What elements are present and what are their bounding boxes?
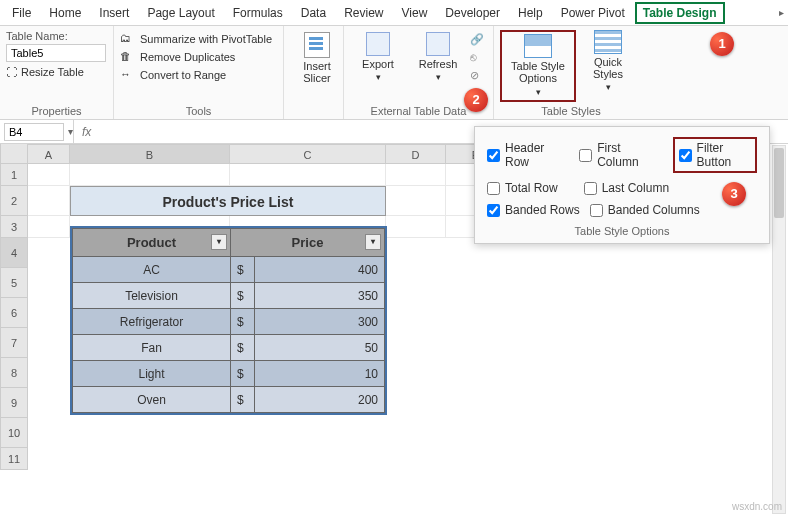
opt-last-column[interactable]: Last Column bbox=[584, 181, 669, 195]
refresh-button[interactable]: Refresh▾ bbox=[410, 30, 466, 84]
tab-developer[interactable]: Developer bbox=[437, 2, 508, 24]
checkbox-icon[interactable] bbox=[679, 149, 692, 162]
grid[interactable]: A B C D E Product's Price List Product▾ … bbox=[28, 144, 506, 470]
callout-marker-2: 2 bbox=[464, 88, 488, 112]
remove-dup-icon: 🗑 bbox=[120, 50, 134, 64]
cell-currency[interactable]: $ bbox=[231, 387, 255, 413]
row-header[interactable]: 7 bbox=[0, 328, 28, 358]
resize-table-button[interactable]: ⛶Resize Table bbox=[6, 66, 107, 78]
filter-dropdown-icon[interactable]: ▾ bbox=[365, 234, 381, 250]
refresh-icon bbox=[426, 32, 450, 56]
tab-data[interactable]: Data bbox=[293, 2, 334, 24]
row-header[interactable]: 6 bbox=[0, 298, 28, 328]
opt-filter-button[interactable]: Filter Button bbox=[673, 137, 757, 173]
checkbox-icon[interactable] bbox=[487, 182, 500, 195]
cell-currency[interactable]: $ bbox=[231, 283, 255, 309]
select-all[interactable] bbox=[0, 144, 28, 164]
col-header[interactable]: B bbox=[70, 144, 230, 164]
export-icon bbox=[366, 32, 390, 56]
cell-product[interactable]: Light bbox=[73, 361, 231, 387]
convert-icon: ↔ bbox=[120, 68, 134, 82]
cell-product[interactable]: Fan bbox=[73, 335, 231, 361]
group-table-styles: Table Style Options ▾ Quick Styles ▾ Tab… bbox=[494, 26, 648, 119]
checkbox-icon[interactable] bbox=[590, 204, 603, 217]
opt-header-row[interactable]: Header Row bbox=[487, 137, 561, 173]
cell-product[interactable]: AC bbox=[73, 257, 231, 283]
cell-product[interactable]: Television bbox=[73, 283, 231, 309]
name-box[interactable] bbox=[4, 123, 64, 141]
data-table: Product▾ Price▾ AC$400 Television$350 Re… bbox=[70, 226, 387, 415]
tab-insert[interactable]: Insert bbox=[91, 2, 137, 24]
vertical-scrollbar[interactable] bbox=[772, 145, 786, 514]
group-slicer: Insert Slicer bbox=[284, 26, 344, 119]
column-headers: A B C D E bbox=[28, 144, 506, 164]
callout-marker-1: 1 bbox=[710, 32, 734, 56]
cell-currency[interactable]: $ bbox=[231, 309, 255, 335]
row-header[interactable]: 10 bbox=[0, 418, 28, 448]
cell-currency[interactable]: $ bbox=[231, 335, 255, 361]
tab-formulas[interactable]: Formulas bbox=[225, 2, 291, 24]
opt-first-column[interactable]: First Column bbox=[579, 137, 654, 173]
cell-product[interactable]: Oven bbox=[73, 387, 231, 413]
tab-power-pivot[interactable]: Power Pivot bbox=[553, 2, 633, 24]
tab-file[interactable]: File bbox=[4, 2, 39, 24]
header-price[interactable]: Price▾ bbox=[231, 229, 385, 257]
scrollbar-thumb[interactable] bbox=[774, 148, 784, 218]
ribbon: Table Name: ⛶Resize Table Properties 🗂Su… bbox=[0, 26, 788, 120]
insert-slicer-button[interactable]: Insert Slicer bbox=[290, 30, 344, 84]
sheet-title: Product's Price List bbox=[70, 186, 386, 216]
pivot-icon: 🗂 bbox=[120, 32, 134, 46]
cell-price[interactable]: 350 bbox=[255, 283, 385, 309]
cell-price[interactable]: 400 bbox=[255, 257, 385, 283]
quick-styles-icon bbox=[594, 30, 622, 54]
row-header[interactable]: 5 bbox=[0, 268, 28, 298]
col-header[interactable]: A bbox=[28, 144, 70, 164]
tab-home[interactable]: Home bbox=[41, 2, 89, 24]
cell-price[interactable]: 50 bbox=[255, 335, 385, 361]
tab-page-layout[interactable]: Page Layout bbox=[139, 2, 222, 24]
cell-price[interactable]: 10 bbox=[255, 361, 385, 387]
fx-label[interactable]: fx bbox=[73, 120, 99, 143]
col-header[interactable]: C bbox=[230, 144, 386, 164]
summarize-pivot-button[interactable]: 🗂Summarize with PivotTable bbox=[120, 30, 277, 48]
checkbox-icon[interactable] bbox=[579, 149, 592, 162]
row-header[interactable]: 1 bbox=[0, 164, 28, 186]
callout-marker-3: 3 bbox=[722, 182, 746, 206]
cell-price[interactable]: 300 bbox=[255, 309, 385, 335]
row-header[interactable]: 9 bbox=[0, 388, 28, 418]
ribbon-tabs: File Home Insert Page Layout Formulas Da… bbox=[0, 0, 788, 26]
col-header[interactable]: D bbox=[386, 144, 446, 164]
watermark: wsxdn.com bbox=[732, 501, 782, 512]
row-header[interactable]: 2 bbox=[0, 186, 28, 216]
cell-currency[interactable]: $ bbox=[231, 257, 255, 283]
row-header[interactable]: 8 bbox=[0, 358, 28, 388]
row-header[interactable]: 3 bbox=[0, 216, 28, 238]
tab-view[interactable]: View bbox=[394, 2, 436, 24]
opt-banded-rows[interactable]: Banded Rows bbox=[487, 203, 580, 217]
group-properties: Table Name: ⛶Resize Table Properties bbox=[0, 26, 114, 119]
export-button[interactable]: Export▾ bbox=[350, 30, 406, 84]
filter-dropdown-icon[interactable]: ▾ bbox=[211, 234, 227, 250]
cell-currency[interactable]: $ bbox=[231, 361, 255, 387]
tab-overflow-icon[interactable]: ▸ bbox=[779, 7, 784, 18]
convert-range-button[interactable]: ↔Convert to Range bbox=[120, 66, 277, 84]
header-product[interactable]: Product▾ bbox=[73, 229, 231, 257]
checkbox-icon[interactable] bbox=[487, 149, 500, 162]
opt-banded-columns[interactable]: Banded Columns bbox=[590, 203, 700, 217]
table-style-options-button[interactable]: Table Style Options ▾ bbox=[500, 30, 576, 102]
opt-total-row[interactable]: Total Row bbox=[487, 181, 558, 195]
table-name-input[interactable] bbox=[6, 44, 106, 62]
remove-duplicates-button[interactable]: 🗑Remove Duplicates bbox=[120, 48, 277, 66]
quick-styles-button[interactable]: Quick Styles ▾ bbox=[582, 30, 634, 102]
checkbox-icon[interactable] bbox=[487, 204, 500, 217]
tab-help[interactable]: Help bbox=[510, 2, 551, 24]
cell-product[interactable]: Refrigerator bbox=[73, 309, 231, 335]
row-header[interactable]: 11 bbox=[0, 448, 28, 470]
tab-table-design[interactable]: Table Design bbox=[635, 2, 725, 24]
table-name-label: Table Name: bbox=[6, 30, 107, 42]
link-icons[interactable]: 🔗⎋⊘ bbox=[470, 30, 484, 84]
checkbox-icon[interactable] bbox=[584, 182, 597, 195]
tab-review[interactable]: Review bbox=[336, 2, 391, 24]
row-header[interactable]: 4 bbox=[0, 238, 28, 268]
cell-price[interactable]: 200 bbox=[255, 387, 385, 413]
